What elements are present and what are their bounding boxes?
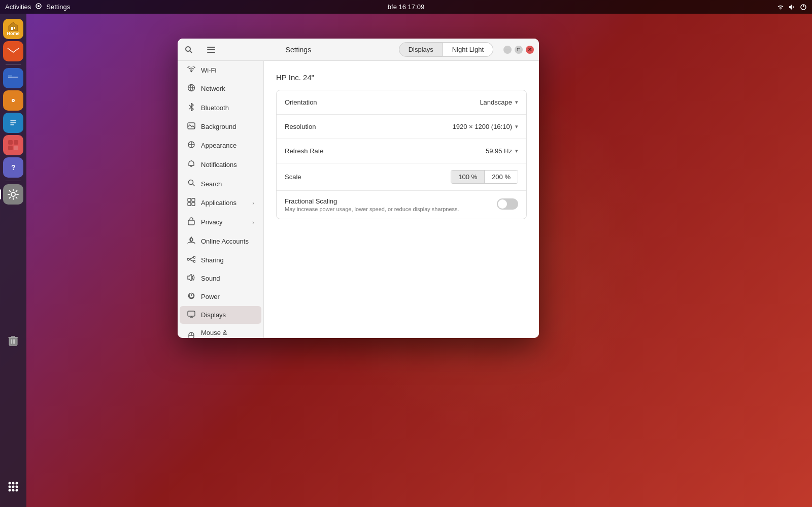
privacy-arrow-icon: › [252, 219, 254, 225]
sidebar-item-sharing[interactable]: Sharing [180, 251, 261, 269]
sidebar-item-mouse-touchpad-label: Mouse & Touchpad [201, 329, 254, 338]
search-sidebar-icon [187, 179, 196, 188]
svg-rect-13 [14, 140, 18, 145]
svg-point-18 [11, 192, 15, 196]
sidebar-item-bluetooth[interactable]: Bluetooth [180, 98, 261, 117]
sidebar-item-applications[interactable]: Applications › [180, 193, 261, 212]
power-icon [187, 292, 196, 301]
sidebar-item-background-label: Background [201, 123, 236, 130]
settings-card: Orientation Landscape ▾ Resolution 1920 … [276, 90, 527, 219]
sidebar-item-search-label: Search [201, 180, 222, 188]
scale-200-button[interactable]: 200 % [485, 171, 518, 183]
scale-100-button[interactable]: 100 % [451, 171, 485, 183]
tab-displays[interactable]: Displays [399, 42, 443, 57]
content-area: HP Inc. 24" Orientation Landscape ▾ Reso… [264, 61, 539, 338]
sidebar-item-displays[interactable]: Displays [180, 306, 261, 324]
bluetooth-icon [187, 103, 196, 113]
svg-rect-44 [188, 311, 195, 316]
dock-separator-2 [6, 181, 21, 181]
svg-point-26 [9, 489, 11, 492]
dock-icon-appgrid[interactable] [3, 477, 23, 497]
refresh-rate-dropdown-arrow: ▾ [515, 148, 518, 154]
dock-icon-help[interactable]: ? [3, 157, 23, 178]
fractional-scaling-subtitle: May increase power usage, lower speed, o… [285, 206, 487, 212]
window-title: Settings [198, 46, 399, 54]
activities-label[interactable]: Activities [5, 3, 31, 11]
dock-icon-files[interactable] [3, 68, 23, 88]
sidebar-item-search[interactable]: Search [180, 175, 261, 193]
sidebar-item-mouse-touchpad[interactable]: Mouse & Touchpad [180, 324, 261, 338]
dock-icon-docs[interactable] [3, 113, 23, 133]
applications-arrow-icon: › [252, 200, 254, 206]
titlebar: Settings Displays Night Light — □ ✕ [178, 39, 539, 61]
sidebar-item-privacy-label: Privacy [201, 218, 223, 226]
svg-point-42 [193, 260, 195, 262]
sidebar-item-network-label: Network [201, 85, 225, 92]
resolution-current: 1920 × 1200 (16:10) [453, 123, 512, 130]
svg-point-27 [12, 489, 15, 492]
orientation-dropdown-arrow: ▾ [515, 99, 518, 106]
sidebar-item-online-accounts[interactable]: Online Accounts [180, 232, 261, 251]
svg-point-41 [193, 256, 195, 258]
orientation-value[interactable]: Landscape ▾ [480, 98, 518, 106]
svg-point-25 [16, 486, 18, 488]
scale-buttons: 100 % 200 % [451, 170, 518, 184]
svg-rect-34 [188, 198, 191, 201]
svg-rect-36 [188, 202, 191, 206]
dock-home-label: Home [7, 31, 19, 36]
dock-icon-settings[interactable] [3, 184, 23, 205]
window-controls: — □ ✕ [498, 46, 539, 54]
svg-point-21 [12, 482, 15, 485]
svg-rect-38 [188, 220, 194, 225]
dock-icon-home[interactable]: Home [3, 19, 23, 39]
sidebar-item-sharing-label: Sharing [201, 256, 224, 264]
fractional-scaling-row: Fractional Scaling May increase power us… [277, 191, 526, 219]
svg-point-28 [16, 489, 18, 492]
power-status-icon[interactable] [800, 4, 807, 11]
search-button[interactable] [178, 39, 200, 61]
svg-rect-7 [8, 75, 12, 77]
dock-separator-1 [6, 64, 21, 65]
dock-icon-software[interactable] [3, 135, 23, 155]
sidebar-item-privacy[interactable]: Privacy › [180, 213, 261, 231]
orientation-label: Orientation [285, 98, 317, 106]
sidebar-item-network[interactable]: Network [180, 79, 261, 98]
sidebar-item-wifi[interactable]: Wi-Fi [180, 61, 261, 79]
titlebar-tabs: Displays Night Light [399, 42, 493, 57]
svg-point-20 [9, 482, 11, 485]
svg-rect-3 [11, 27, 13, 30]
svg-point-24 [12, 486, 15, 488]
sidebar-item-power[interactable]: Power [180, 288, 261, 306]
sidebar-item-notifications[interactable]: Notifications [180, 155, 261, 174]
sidebar-item-applications-left: Applications [187, 198, 236, 208]
dock-icon-music[interactable] [3, 90, 23, 111]
scale-row: Scale 100 % 200 % [277, 163, 526, 191]
svg-text:?: ? [11, 163, 16, 172]
maximize-button[interactable]: □ [515, 46, 523, 54]
svg-rect-14 [8, 146, 13, 150]
svg-rect-15 [14, 146, 18, 150]
orientation-row: Orientation Landscape ▾ [277, 90, 526, 115]
resolution-value[interactable]: 1920 × 1200 (16:10) ▾ [453, 123, 518, 130]
privacy-icon [187, 217, 196, 227]
displays-icon [187, 311, 196, 319]
close-button[interactable]: ✕ [526, 46, 534, 54]
sidebar-item-wifi-label: Wi-Fi [201, 66, 216, 74]
fractional-scaling-toggle[interactable] [497, 198, 518, 210]
sidebar-item-appearance-label: Appearance [201, 142, 236, 149]
svg-rect-37 [192, 202, 195, 206]
orientation-current: Landscape [480, 98, 512, 106]
sidebar-item-appearance[interactable]: Appearance [180, 136, 261, 155]
wifi-icon [187, 66, 196, 74]
tab-night-light[interactable]: Night Light [443, 42, 493, 57]
sidebar-item-background[interactable]: Background [180, 118, 261, 136]
dock-icon-trash[interactable] [3, 330, 23, 351]
minimize-button[interactable]: — [503, 46, 512, 54]
refresh-rate-row: Refresh Rate 59.95 Hz ▾ [277, 139, 526, 163]
svg-point-40 [187, 258, 189, 260]
sidebar-item-sound[interactable]: Sound [180, 269, 261, 287]
sidebar: Wi-Fi Network [178, 61, 264, 338]
applications-icon [187, 198, 196, 208]
dock-icon-email[interactable] [3, 41, 23, 61]
refresh-rate-value[interactable]: 59.95 Hz ▾ [486, 147, 518, 155]
